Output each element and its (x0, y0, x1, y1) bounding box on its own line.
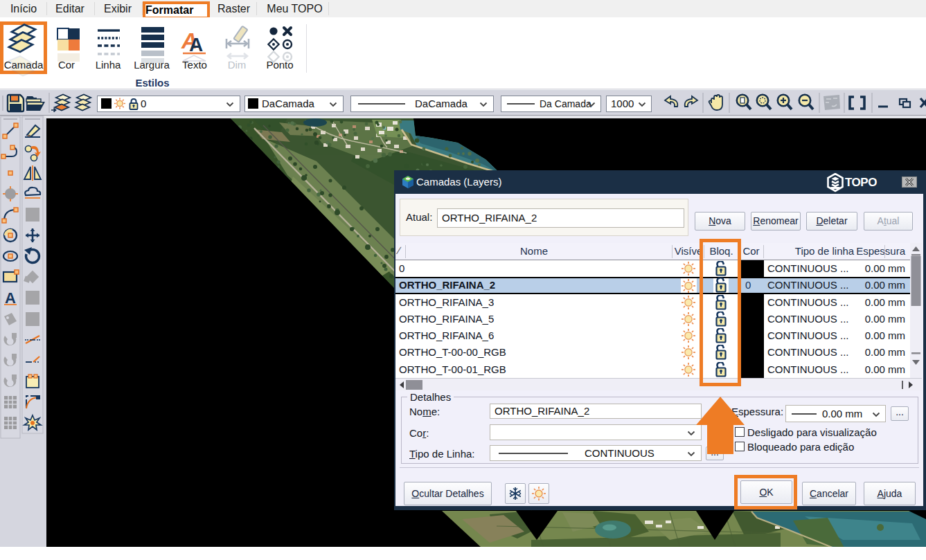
svg-text:0.00 mm: 0.00 mm (822, 408, 862, 419)
svg-text:DaCamada: DaCamada (262, 98, 315, 109)
svg-text:A: A (189, 34, 203, 55)
svg-text:Da Camada: Da Camada (540, 98, 591, 109)
svg-text:0: 0 (141, 98, 146, 109)
svg-text:DaCamada: DaCamada (415, 98, 468, 109)
svg-text:CONTINUOUS: CONTINUOUS (585, 447, 655, 459)
